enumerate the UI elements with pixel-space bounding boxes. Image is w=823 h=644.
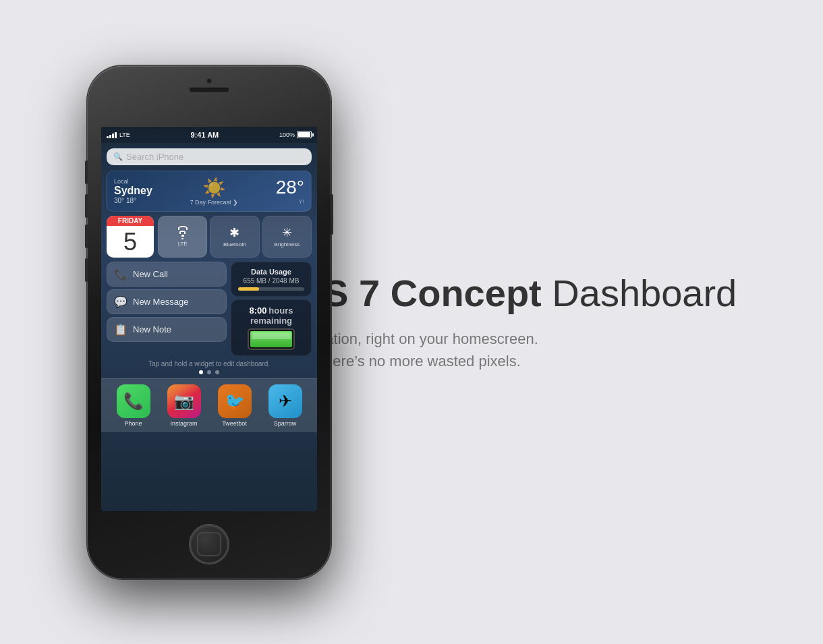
sparrow-app-icon: ✈ <box>268 384 302 418</box>
weather-left: Local Sydney 30° 18° <box>114 178 152 204</box>
widgets-row: Friday 5 <box>107 216 312 258</box>
wifi-arc-inner <box>181 235 184 237</box>
home-button[interactable] <box>190 525 229 564</box>
toggle-brightness-label: Brightness <box>274 241 300 247</box>
tweetbot-app-label: Tweetbot <box>222 420 247 427</box>
phone-app-icon: 📞 <box>117 384 150 418</box>
weather-widget[interactable]: Local Sydney 30° 18° ☀️ 7 Day Forecast ❯… <box>107 171 312 212</box>
weather-center: ☀️ 7 Day Forecast ❯ <box>190 177 239 206</box>
battery-fill <box>298 132 310 137</box>
status-bar: LTE 9:41 AM 100% <box>101 127 317 143</box>
search-placeholder: Search iPhone <box>126 152 183 162</box>
phone-top-area <box>189 78 229 92</box>
signal-bars <box>107 132 117 138</box>
calendar-widget[interactable]: Friday 5 <box>107 216 154 258</box>
phone-app-label: Phone <box>124 420 142 427</box>
page-dots <box>101 370 317 374</box>
wifi-dot <box>181 238 183 240</box>
data-bar-fill <box>238 287 259 291</box>
app-instagram[interactable]: 📷 Instagram <box>167 384 201 427</box>
weather-temps: 30° 18° <box>114 197 152 204</box>
toggle-bluetooth-label: Bluetooth <box>223 241 246 247</box>
battery-pct: 100% <box>279 131 295 138</box>
signal-label: LTE <box>119 131 130 138</box>
instagram-app-label: Instagram <box>170 420 197 427</box>
brightness-icon: ✳ <box>282 225 292 240</box>
call-icon: 📞 <box>114 268 127 281</box>
bluetooth-icon: ✱ <box>229 225 239 240</box>
headline-light: Dashboard <box>542 272 737 314</box>
dot-3 <box>215 370 219 374</box>
battery-hours: 8:00 hours remaining <box>238 305 304 326</box>
data-usage-widget[interactable]: Data Usage 655 MB / 2048 MB <box>231 262 312 297</box>
toggle-bluetooth[interactable]: ✱ Bluetooth <box>210 216 259 258</box>
battery-visual <box>248 328 295 350</box>
screen-content: LTE 9:41 AM 100% 🔍 Search iPhone <box>101 127 317 511</box>
forecast-label: 7 Day Forecast ❯ <box>190 199 239 206</box>
info-widgets: Data Usage 655 MB / 2048 MB 8:00 hours r… <box>231 262 312 356</box>
battery-time-widget[interactable]: 8:00 hours remaining <box>231 299 312 356</box>
weather-local-label: Local <box>114 178 152 185</box>
subheadline: Information, right on your homescreen. N… <box>283 328 783 372</box>
iphone-mockup: LTE 9:41 AM 100% 🔍 Search iPhone <box>88 66 331 579</box>
action-buttons: 📞 New Call 💬 New Message 📋 New Note <box>107 262 227 356</box>
search-bar[interactable]: 🔍 Search iPhone <box>107 148 312 165</box>
app-sparrow[interactable]: ✈ Sparrow <box>268 384 302 427</box>
calendar-day-name: Friday <box>107 216 154 226</box>
hint-text: Tap and hold a widget to edit dashboard. <box>101 360 317 368</box>
new-call-label: New Call <box>133 269 168 279</box>
battery-shine <box>252 332 291 339</box>
wifi-arc-outer <box>178 226 188 230</box>
calendar-day-number: 5 <box>107 226 154 258</box>
dock: 📞 Phone 📷 Instagram 🐦 Tweetbot ✈ Sparrow <box>101 378 317 432</box>
weather-temp: 28° <box>276 177 304 198</box>
time-display: 9:41 AM <box>191 131 219 139</box>
signal-area: LTE <box>107 131 130 138</box>
battery-status: 100% <box>279 131 312 138</box>
main-headline: iOS 7 Concept Dashboard <box>283 272 783 315</box>
weather-city: Sydney <box>114 185 152 197</box>
speaker-grille <box>189 87 229 92</box>
message-icon: 💬 <box>114 295 127 308</box>
bar2 <box>109 135 111 138</box>
new-note-button[interactable]: 📋 New Note <box>107 317 227 342</box>
bar4 <box>115 132 117 138</box>
dot-2 <box>207 370 211 374</box>
data-usage-title: Data Usage <box>238 268 304 276</box>
weather-right: 28° Y! <box>276 177 304 205</box>
yahoo-label: Y! <box>276 198 304 205</box>
new-message-button[interactable]: 💬 New Message <box>107 289 227 314</box>
sun-icon: ☀️ <box>202 177 226 199</box>
new-message-label: New Message <box>133 297 188 307</box>
battery-icon <box>297 131 312 138</box>
actions-row: 📞 New Call 💬 New Message 📋 New Note <box>107 262 312 356</box>
toggle-lte[interactable]: LTE <box>158 216 207 258</box>
search-icon: 🔍 <box>113 152 123 161</box>
screen-bezel: LTE 9:41 AM 100% 🔍 Search iPhone <box>101 127 317 511</box>
camera-lens <box>206 78 212 84</box>
data-usage-amount: 655 MB / 2048 MB <box>238 277 304 285</box>
instagram-app-icon: 📷 <box>167 384 201 418</box>
note-icon: 📋 <box>114 323 127 336</box>
sparrow-app-label: Sparrow <box>274 420 297 427</box>
bar3 <box>112 134 114 138</box>
wifi-icon <box>178 226 188 239</box>
bar1 <box>107 136 109 138</box>
wifi-arc-mid <box>179 231 186 234</box>
home-button-inner <box>197 532 221 556</box>
new-call-button[interactable]: 📞 New Call <box>107 262 227 287</box>
toggle-lte-label: LTE <box>178 241 188 247</box>
app-phone[interactable]: 📞 Phone <box>117 384 150 427</box>
tweetbot-app-icon: 🐦 <box>218 384 252 418</box>
dot-1 <box>199 370 203 374</box>
data-bar-bg <box>238 287 304 291</box>
app-tweetbot[interactable]: 🐦 Tweetbot <box>218 384 252 427</box>
toggle-area: LTE ✱ Bluetooth ✳ Brightness <box>158 216 312 258</box>
new-note-label: New Note <box>133 324 171 334</box>
battery-fill-green <box>250 331 292 347</box>
phone-body: LTE 9:41 AM 100% 🔍 Search iPhone <box>88 66 331 579</box>
toggle-brightness[interactable]: ✳ Brightness <box>262 216 312 258</box>
